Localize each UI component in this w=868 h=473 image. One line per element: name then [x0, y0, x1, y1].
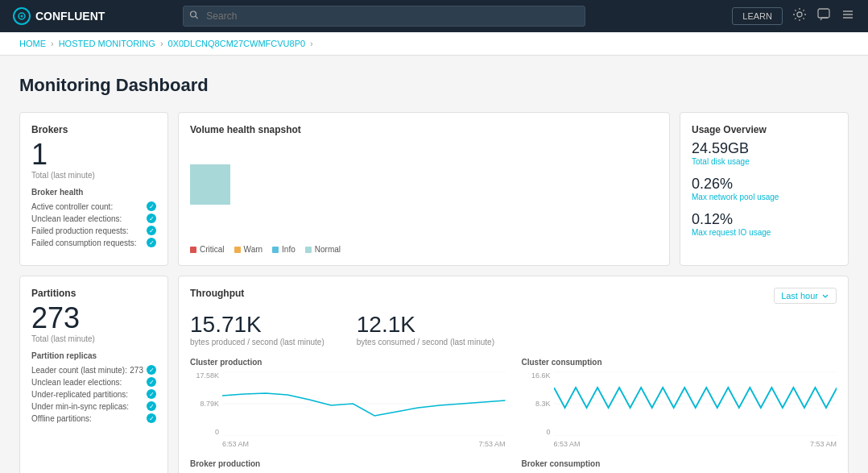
page-title: Monitoring Dashboard: [19, 75, 849, 96]
throughput-produced-value: 15.71K: [190, 312, 324, 338]
production-chart-svg: [222, 371, 506, 436]
topnav: CONFLUENT LEARN: [0, 0, 868, 32]
svg-rect-5: [818, 9, 829, 18]
replica-label-4: Offline partitions:: [31, 414, 92, 423]
replica-check-2: ✓: [147, 389, 156, 399]
check-icon-3: ✓: [147, 238, 156, 247]
consumption-chart-svg: [554, 371, 837, 436]
usage-disk-value: 24.59GB: [692, 140, 837, 157]
usage-network-label: Max network pool usage: [692, 193, 837, 201]
replica-check-3: ✓: [147, 401, 156, 411]
y-label-prod-0: 17.58K: [190, 371, 219, 380]
partitions-title: Partitions: [31, 288, 156, 299]
y-label-prod-2: 0: [190, 428, 219, 436]
replica-row-0: Leader count (last minute): 273 ✓: [31, 365, 156, 375]
chat-icon[interactable]: [816, 7, 831, 25]
health-row-0: Active controller count: ✓: [31, 201, 156, 211]
replica-label-2: Under-replicated partitions:: [31, 390, 128, 399]
brokers-count: 1: [31, 140, 156, 169]
legend-label-info: Info: [282, 245, 296, 254]
breadcrumb-hosted-monitoring[interactable]: HOSTED MONITORING: [59, 39, 155, 48]
logo[interactable]: CONFLUENT: [13, 7, 105, 25]
svg-line-3: [196, 16, 198, 19]
search-icon: [189, 10, 199, 23]
brokers-card: Brokers 1 Total (last minute) Broker hea…: [19, 112, 168, 266]
y-label-prod-1: 8.79K: [190, 400, 219, 408]
health-label-0: Active controller count:: [31, 202, 113, 211]
throughput-produced-label: bytes produced / second (last minute): [190, 338, 324, 346]
svg-point-1: [21, 15, 23, 18]
production-chart-wrap: 6:53 AM 7:53 AM: [222, 371, 506, 448]
y-label-cons-1: 8.3K: [522, 400, 551, 408]
search-bar: [183, 6, 585, 27]
last-hour-button[interactable]: Last hour: [774, 288, 837, 304]
partitions-card: Partitions 273 Total (last minute) Parti…: [19, 276, 168, 473]
legend-critical: Critical: [190, 245, 225, 254]
logo-icon: [13, 7, 31, 25]
last-hour-label: Last hour: [781, 291, 818, 301]
legend-dot-critical: [190, 247, 196, 253]
check-icon-0: ✓: [147, 201, 156, 211]
main-content: Monitoring Dashboard Brokers 1 Total (la…: [0, 56, 868, 473]
cluster-consumption-chart: Cluster consumption 16.6K 8.3K 0: [522, 358, 837, 448]
health-row-2: Failed production requests: ✓: [31, 226, 156, 235]
usage-title: Usage Overview: [692, 124, 837, 135]
health-label-1: Unclean leader elections:: [31, 214, 122, 223]
replica-row-2: Under-replicated partitions: ✓: [31, 389, 156, 399]
learn-button[interactable]: LEARN: [732, 7, 783, 25]
broker-consumption-label: Broker consumption: [522, 459, 837, 468]
usage-network: 0.26% Max network pool usage: [692, 176, 837, 201]
menu-icon[interactable]: [841, 7, 855, 25]
throughput-consumed-value: 12.1K: [357, 312, 494, 338]
throughput-consumed: 12.1K bytes consumed / second (last minu…: [357, 312, 494, 346]
legend-warn: Warn: [234, 245, 263, 254]
replica-check-1: ✓: [147, 377, 156, 387]
replica-check-4: ✓: [147, 413, 156, 423]
legend-label-normal: Normal: [315, 245, 341, 254]
partition-replicas-title: Partition replicas: [31, 351, 156, 360]
partitions-count: 273: [31, 304, 156, 333]
replica-row-1: Unclean leader elections: ✓: [31, 377, 156, 387]
replica-row-4: Offline partitions: ✓: [31, 413, 156, 423]
consumption-chart-wrap: 6:53 AM 7:53 AM: [554, 371, 837, 448]
volume-card: Volume health snapshot Critical Warn Inf…: [178, 112, 670, 266]
health-label-3: Failed consumption requests:: [31, 239, 137, 247]
chart-x-consumption: 6:53 AM 7:53 AM: [554, 440, 837, 448]
breadcrumb-home[interactable]: HOME: [19, 39, 46, 48]
usage-io-label: Max request IO usage: [692, 228, 837, 237]
x-start-prod: 6:53 AM: [222, 440, 249, 448]
legend-dot-warn: [234, 247, 241, 253]
health-row-3: Failed consumption requests: ✓: [31, 238, 156, 247]
throughput-header: Throughput Last hour: [190, 288, 837, 304]
legend-dot-normal: [305, 247, 312, 253]
x-end-cons: 7:53 AM: [810, 440, 837, 448]
volume-legend: Critical Warn Info Normal: [190, 245, 658, 254]
usage-disk: 24.59GB Total disk usage: [692, 140, 837, 166]
broker-charts-labels: Broker production Broker consumption: [190, 453, 837, 468]
usage-disk-label: Total disk usage: [692, 157, 837, 166]
y-label-cons-2: 0: [522, 428, 551, 436]
health-row-1: Unclean leader elections: ✓: [31, 214, 156, 223]
cluster-production-label: Cluster production: [190, 358, 506, 367]
health-label-2: Failed production requests:: [31, 226, 129, 235]
cluster-consumption-label: Cluster consumption: [522, 358, 837, 367]
x-end-prod: 7:53 AM: [478, 440, 505, 448]
replica-check-0: ✓: [147, 365, 156, 375]
replica-row-3: Under min-in-sync replicas: ✓: [31, 401, 156, 411]
settings-icon[interactable]: [792, 7, 807, 25]
brokers-title: Brokers: [31, 124, 156, 135]
legend-info: Info: [272, 245, 296, 254]
broker-health-list: Active controller count: ✓ Unclean leade…: [31, 201, 156, 247]
throughput-card: Throughput Last hour 15.71K bytes produc…: [178, 276, 849, 473]
usage-io: 0.12% Max request IO usage: [692, 211, 837, 237]
replica-label-1: Unclean leader elections:: [31, 378, 122, 387]
cluster-production-chart: Cluster production 17.58K 8.79K 0: [190, 358, 506, 448]
search-input[interactable]: [183, 6, 585, 27]
throughput-produced: 15.71K bytes produced / second (last min…: [190, 312, 324, 346]
replica-label-3: Under min-in-sync replicas:: [31, 402, 129, 411]
breadcrumb-cluster-id[interactable]: 0X0DLCNQ8CM27CWMFCVU8P0: [168, 39, 306, 48]
check-icon-1: ✓: [147, 214, 156, 223]
chart-x-production: 6:53 AM 7:53 AM: [222, 440, 506, 448]
throughput-metrics: 15.71K bytes produced / second (last min…: [190, 312, 837, 346]
breadcrumb: HOME › HOSTED MONITORING › 0X0DLCNQ8CM27…: [0, 32, 868, 56]
